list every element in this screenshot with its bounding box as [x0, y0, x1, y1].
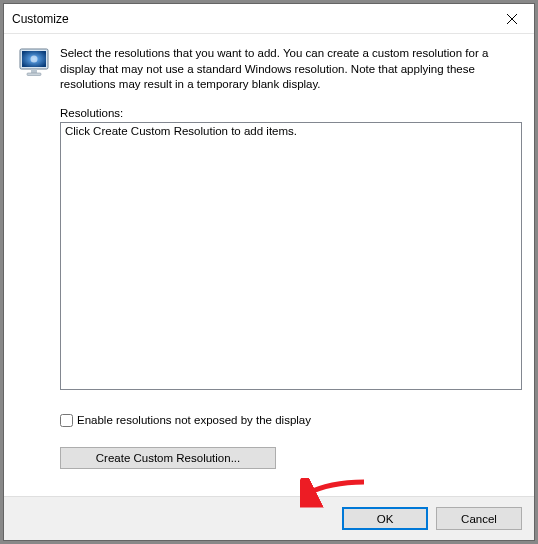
description-text: Select the resolutions that you want to … [60, 46, 520, 93]
expose-checkbox-row: Enable resolutions not exposed by the di… [60, 414, 520, 427]
ok-button[interactable]: OK [342, 507, 428, 530]
close-icon [507, 14, 517, 24]
svg-point-4 [31, 56, 38, 63]
monitor-icon [18, 46, 50, 78]
create-custom-resolution-button[interactable]: Create Custom Resolution... [60, 447, 276, 469]
svg-rect-5 [31, 69, 37, 73]
resolutions-label: Resolutions: [60, 107, 520, 119]
dialog-footer: OK Cancel [4, 496, 534, 540]
customize-dialog: Customize Selec [3, 3, 535, 541]
close-button[interactable] [489, 4, 534, 33]
description-row: Select the resolutions that you want to … [18, 46, 520, 93]
listbox-placeholder: Click Create Custom Resolution to add it… [65, 125, 297, 137]
window-title: Customize [12, 12, 69, 26]
dialog-content: Select the resolutions that you want to … [4, 34, 534, 496]
expose-resolutions-checkbox[interactable] [60, 414, 73, 427]
cancel-button[interactable]: Cancel [436, 507, 522, 530]
expose-resolutions-label[interactable]: Enable resolutions not exposed by the di… [77, 414, 311, 426]
svg-rect-6 [27, 73, 41, 76]
resolutions-listbox[interactable]: Click Create Custom Resolution to add it… [60, 122, 522, 390]
titlebar: Customize [4, 4, 534, 34]
